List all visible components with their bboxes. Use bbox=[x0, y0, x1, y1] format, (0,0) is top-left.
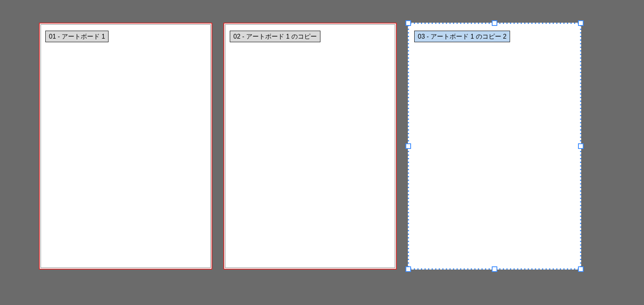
selection-border-solid bbox=[408, 23, 581, 270]
selection-border-dash bbox=[408, 23, 581, 270]
artboard-label-01[interactable]: 01 - アートボード 1 bbox=[45, 31, 109, 42]
artboard-01[interactable]: 01 - アートボード 1 bbox=[40, 23, 211, 269]
artboard-inner bbox=[41, 25, 210, 268]
selection-outline bbox=[409, 23, 580, 269]
resize-handle-top-left[interactable] bbox=[405, 20, 411, 26]
artboard-03[interactable]: 03 - アートボード 1 のコピー 2 bbox=[409, 23, 580, 269]
resize-handle-top-right[interactable] bbox=[578, 20, 584, 26]
resize-handle-middle-top[interactable] bbox=[492, 20, 497, 26]
resize-handle-bottom-left[interactable] bbox=[405, 266, 411, 272]
resize-handle-bottom-right[interactable] bbox=[578, 266, 584, 272]
artboard-label-03[interactable]: 03 - アートボード 1 のコピー 2 bbox=[414, 31, 510, 42]
artboard-inner bbox=[225, 25, 395, 268]
resize-handle-middle-left[interactable] bbox=[405, 143, 411, 149]
artboard-02[interactable]: 02 - アートボード 1 のコピー bbox=[224, 23, 396, 269]
canvas-area[interactable]: 01 - アートボード 1 02 - アートボード 1 のコピー 03 - アー… bbox=[0, 0, 644, 305]
resize-handle-middle-right[interactable] bbox=[578, 143, 584, 149]
resize-handle-middle-bottom[interactable] bbox=[492, 266, 497, 272]
artboard-label-02[interactable]: 02 - アートボード 1 のコピー bbox=[230, 31, 320, 42]
